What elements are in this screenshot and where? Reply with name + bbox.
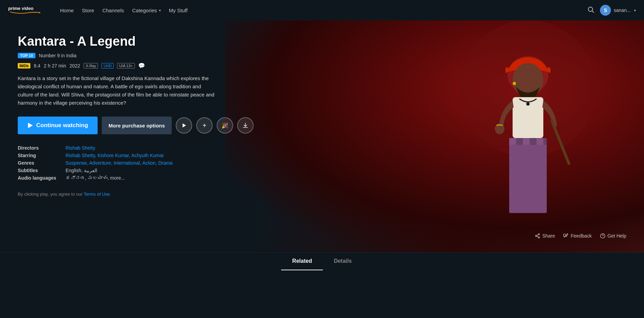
footer-actions: Share Feedback Get Help <box>535 233 626 239</box>
directors-value: Rishab Shetty <box>66 145 257 151</box>
nav-right: S sanan... ▾ <box>587 5 636 16</box>
feedback-icon <box>563 233 569 239</box>
share-button[interactable]: Share <box>535 233 555 239</box>
share-icon <box>535 233 540 239</box>
svg-point-2 <box>588 7 593 11</box>
tabs-row: Related Details <box>0 253 644 270</box>
director-link[interactable]: Rishab Shetty <box>66 145 95 151</box>
genres-link[interactable]: Suspense, Adventure, International, Acti… <box>66 160 173 166</box>
starring-link[interactable]: Rishab Shetty, Kishore Kumar, Achyuth Ku… <box>66 153 164 158</box>
nav-home[interactable]: Home <box>60 7 74 13</box>
nav-links: Home Store Channels Categories ▾ My Stuf… <box>60 7 188 13</box>
tabs-section: Related Details <box>0 252 644 270</box>
svg-marker-1 <box>39 12 41 14</box>
prime-video-logo[interactable]: prime video <box>8 4 49 16</box>
svg-rect-12 <box>530 138 536 145</box>
play-icon <box>28 123 33 128</box>
movie-description: Kantara is a story set in the fictional … <box>18 74 216 107</box>
continue-watching-button[interactable]: Continue watching <box>18 117 98 134</box>
uhd-badge: UHD <box>101 63 114 69</box>
categories-chevron-icon: ▾ <box>159 9 161 12</box>
reactions-button[interactable]: 🎉 <box>217 117 233 134</box>
top10-badge: TOP 10 <box>18 53 35 58</box>
nav-categories[interactable]: Categories ▾ <box>132 7 161 13</box>
year: 2022 <box>70 63 80 69</box>
svg-rect-8 <box>509 138 547 213</box>
nav-store[interactable]: Store <box>82 7 94 13</box>
subtitle-icon: 💬 <box>138 62 145 69</box>
svg-rect-10 <box>516 138 523 145</box>
rank-text: Number 9 in India <box>39 53 77 58</box>
tab-related[interactable]: Related <box>281 253 323 270</box>
help-icon <box>600 233 605 239</box>
svg-point-22 <box>538 237 540 238</box>
meta-row: IMDb 8.4 2 h 27 min 2022 X-Ray UHD U/A 1… <box>18 62 257 69</box>
navigation: prime video Home Store Channels Categori… <box>0 0 644 20</box>
tab-details[interactable]: Details <box>323 253 362 270</box>
nav-mystuff[interactable]: My Stuff <box>169 7 188 13</box>
svg-point-6 <box>513 63 543 97</box>
audio-label: Audio languages <box>18 175 66 181</box>
svg-text:prime video: prime video <box>8 6 33 11</box>
search-button[interactable] <box>587 6 595 15</box>
svg-point-15 <box>526 102 530 106</box>
audio-value: ಕನ್ನಡ, మలయాళం, more... <box>66 175 257 181</box>
subtitles-label: Subtitles <box>18 168 66 173</box>
genres-value: Suspense, Adventure, International, Acti… <box>66 160 257 166</box>
play-circle-button[interactable] <box>176 117 192 134</box>
buttons-row: Continue watching More purchase options … <box>18 117 257 134</box>
username-label: sanan... <box>614 7 631 13</box>
svg-rect-9 <box>509 138 516 145</box>
user-menu-chevron-icon: ▾ <box>634 9 636 12</box>
starring-value: Rishab Shetty, Kishore Kumar, Achyuth Ku… <box>66 153 257 158</box>
directors-label: Directors <box>18 145 66 151</box>
svg-rect-11 <box>523 138 530 145</box>
movie-title: Kantara - A Legend <box>18 34 257 49</box>
svg-point-20 <box>538 233 540 235</box>
svg-point-21 <box>535 235 537 237</box>
download-icon <box>242 122 248 128</box>
rating-badge: U/A 13+ <box>117 63 134 69</box>
svg-marker-19 <box>183 123 186 127</box>
svg-line-24 <box>537 234 539 236</box>
svg-point-17 <box>513 82 516 85</box>
more-purchase-options-button[interactable]: More purchase options <box>102 117 172 134</box>
starring-label: Starring <box>18 153 66 158</box>
subtitles-value: English, العربية <box>66 168 257 173</box>
svg-rect-13 <box>536 138 543 145</box>
duration: 2 h 27 min <box>44 63 66 69</box>
imdb-score: 8.4 <box>34 63 40 69</box>
play-circle-icon <box>181 123 187 128</box>
svg-rect-14 <box>543 138 547 145</box>
badges-row: TOP 10 Number 9 in India <box>18 53 257 58</box>
hero-content: Kantara - A Legend TOP 10 Number 9 in In… <box>18 34 257 197</box>
reactions-icon: 🎉 <box>221 122 228 129</box>
download-button[interactable] <box>237 117 254 134</box>
genres-label: Genres <box>18 160 66 166</box>
user-menu[interactable]: S sanan... ▾ <box>600 5 636 16</box>
get-help-button[interactable]: Get Help <box>600 233 626 239</box>
avatar: S <box>600 5 611 16</box>
imdb-badge: IMDb <box>18 63 30 69</box>
svg-line-23 <box>537 236 539 237</box>
terms-link[interactable]: Terms of Use. <box>84 192 111 197</box>
svg-line-3 <box>592 11 594 13</box>
feedback-button[interactable]: Feedback <box>563 233 591 239</box>
details-grid: Directors Rishab Shetty Starring Rishab … <box>18 145 257 181</box>
hero-section: Kantara - A Legend TOP 10 Number 9 in In… <box>0 20 644 252</box>
terms-row: By clicking play, you agree to our Terms… <box>18 192 257 197</box>
hero-character-image <box>446 20 610 252</box>
xray-badge: X-Ray <box>84 63 98 69</box>
nav-channels[interactable]: Channels <box>102 7 124 13</box>
add-to-list-button[interactable]: + <box>196 117 213 134</box>
plus-icon: + <box>202 122 206 130</box>
